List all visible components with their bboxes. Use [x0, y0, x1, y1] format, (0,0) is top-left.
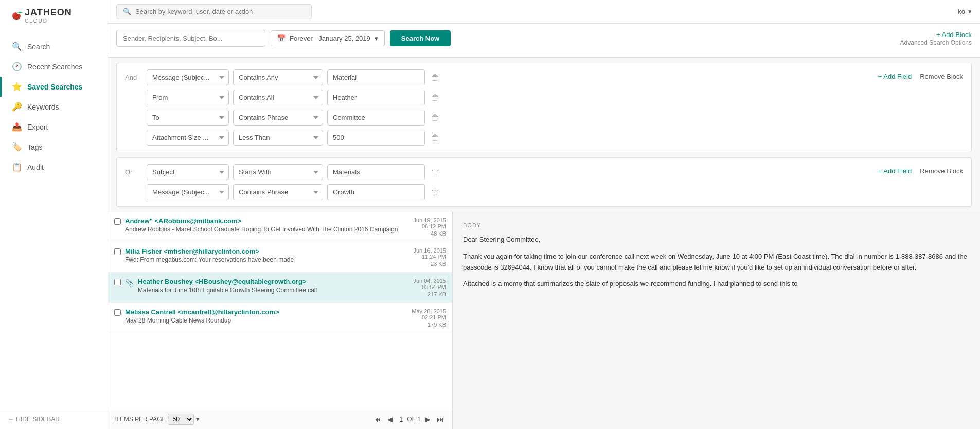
logo: JATHEON CLOUD	[0, 0, 108, 31]
email-date-4: May 28, 201502:21 PM	[405, 308, 446, 320]
per-page-chevron-icon: ▾	[196, 416, 199, 423]
filter-block-and-header: And Message (Subjec... Contains Any 🗑	[125, 69, 963, 146]
delete-row-5-icon[interactable]: 🗑	[429, 167, 441, 178]
sidebar-item-saved-searches[interactable]: ⭐ Saved Searches	[0, 77, 108, 97]
detail-body-content: Dear Steering Committee, Thank you again…	[463, 235, 970, 290]
pagination-controls: ⏮ ◀ 1 OF 1 ▶ ⏭	[372, 414, 446, 424]
advanced-search-link[interactable]: Advanced Search Options	[900, 39, 972, 46]
page-total: OF 1	[407, 416, 421, 423]
sidebar-item-search[interactable]: 🔍 Search	[0, 37, 108, 57]
filter-field-6[interactable]: Message (Subjec...	[147, 184, 229, 200]
filter-block-or-actions: + Add Field Remove Block	[860, 164, 963, 175]
filter-row-1: Message (Subjec... Contains Any 🗑	[147, 69, 860, 85]
audit-icon: 📋	[12, 162, 22, 172]
sidebar-item-audit[interactable]: 📋 Audit	[0, 157, 108, 177]
email-checkbox-3[interactable]	[114, 279, 121, 285]
filter-operator-4[interactable]: Less Than	[233, 130, 323, 146]
email-body-3: Heather Boushey <HBoushey@equitablegrowt…	[138, 278, 401, 294]
logo-text: JATHEON	[25, 7, 72, 17]
filter-operator-1[interactable]: Contains Any	[233, 69, 323, 85]
email-row-2[interactable]: Milia Fisher <mfisher@hillaryclinton.com…	[108, 242, 452, 273]
items-per-page-label: ITEMS PER PAGE	[114, 416, 166, 423]
tags-icon: 🏷️	[12, 142, 22, 152]
sidebar-item-recent-searches[interactable]: 🕐 Recent Searches	[0, 57, 108, 77]
filter-field-5[interactable]: Subject	[147, 164, 229, 180]
user-chevron-icon: ▾	[968, 8, 972, 15]
sidebar-item-tags[interactable]: 🏷️ Tags	[0, 137, 108, 157]
search-now-button[interactable]: Search Now	[390, 30, 451, 46]
remove-block-or-link[interactable]: Remove Block	[920, 167, 963, 175]
email-sender-4: Melissa Cantrell <mcantrell@hillaryclint…	[125, 308, 401, 316]
filter-field-4[interactable]: Attachment Size ...	[147, 130, 229, 146]
logo-bird-icon	[8, 7, 25, 24]
filter-value-4[interactable]	[327, 130, 425, 146]
email-row-3[interactable]: 📎 Heather Boushey <HBoushey@equitablegro…	[108, 273, 452, 303]
email-checkbox-2[interactable]	[114, 248, 121, 255]
filter-operator-6[interactable]: Contains Phrase	[233, 184, 323, 200]
sidebar-item-search-label: Search	[27, 43, 50, 51]
email-list: Andrew" <ARobbins@milbank.com> Andrew Ro…	[108, 212, 453, 429]
remove-block-and-link[interactable]: Remove Block	[920, 73, 963, 80]
delete-row-6-icon[interactable]: 🗑	[429, 187, 441, 198]
email-checkbox-4[interactable]	[114, 309, 121, 316]
sidebar-item-keywords-label: Keywords	[27, 103, 59, 111]
sidebar-item-keywords[interactable]: 🔑 Keywords	[0, 97, 108, 117]
filter-value-5[interactable]	[327, 164, 425, 180]
page-last-button[interactable]: ⏭	[435, 414, 446, 424]
delete-row-3-icon[interactable]: 🗑	[429, 112, 441, 123]
email-checkbox-1[interactable]	[114, 218, 121, 225]
delete-row-1-icon[interactable]: 🗑	[429, 72, 441, 83]
filter-field-2[interactable]: From	[147, 90, 229, 105]
email-sender-3: Heather Boushey <HBoushey@equitablegrowt…	[138, 278, 401, 285]
email-row-1[interactable]: Andrew" <ARobbins@milbank.com> Andrew Ro…	[108, 212, 452, 242]
email-size-3: 217 KB	[405, 291, 446, 297]
page-next-button[interactable]: ▶	[423, 414, 433, 424]
detail-para1: Thank you again for taking time to join …	[463, 252, 970, 273]
global-search-input[interactable]	[135, 8, 305, 15]
saved-searches-icon: ⭐	[12, 82, 22, 92]
filter-operator-5[interactable]: Starts With	[233, 164, 323, 180]
keywords-icon: 🔑	[12, 102, 22, 112]
filter-operator-3[interactable]: Contains Phrase	[233, 110, 323, 126]
hide-sidebar-button[interactable]: ← HIDE SIDEBAR	[0, 409, 108, 429]
delete-row-2-icon[interactable]: 🗑	[429, 92, 441, 103]
search-nav-icon: 🔍	[12, 42, 22, 51]
items-per-page-control: ITEMS PER PAGE 50 25 100 ▾	[114, 414, 199, 425]
email-date-3: Jun 04, 201503:54 PM	[405, 278, 446, 290]
sidebar-item-export[interactable]: 📤 Export	[0, 117, 108, 137]
add-block-link[interactable]: + Add Block	[936, 31, 972, 39]
email-sender-1: Andrew" <ARobbins@milbank.com>	[125, 217, 401, 225]
sidebar: JATHEON CLOUD 🔍 Search 🕐 Recent Searches…	[0, 0, 108, 429]
user-badge[interactable]: ko ▾	[958, 8, 972, 15]
email-body-2: Milia Fisher <mfisher@hillaryclinton.com…	[125, 247, 401, 263]
date-selector[interactable]: 📅 Forever - January 25, 2019 ▾	[271, 30, 385, 46]
email-subject-4: May 28 Morning Cable News Roundup	[125, 317, 401, 324]
add-field-or-link[interactable]: + Add Field	[878, 167, 912, 175]
filter-operator-2[interactable]: Contains All	[233, 90, 323, 105]
filter-row-5: Subject Starts With 🗑	[147, 164, 860, 180]
email-body-4: Melissa Cantrell <mcantrell@hillaryclint…	[125, 308, 401, 324]
search-bar-row: 📅 Forever - January 25, 2019 ▾ Search No…	[116, 30, 972, 47]
filter-value-2[interactable]	[327, 90, 425, 105]
filter-block-and-label: And	[125, 69, 140, 81]
delete-row-4-icon[interactable]: 🗑	[429, 132, 441, 144]
filter-row-2: From Contains All 🗑	[147, 90, 860, 105]
add-field-and-link[interactable]: + Add Field	[878, 73, 912, 80]
filter-value-3[interactable]	[327, 110, 425, 126]
sidebar-item-tags-label: Tags	[27, 143, 43, 151]
filter-value-6[interactable]	[327, 184, 425, 200]
filter-value-1[interactable]	[327, 69, 425, 85]
search-text-input[interactable]	[116, 30, 265, 47]
page-prev-button[interactable]: ◀	[385, 414, 395, 424]
sidebar-item-recent-searches-label: Recent Searches	[27, 63, 82, 71]
pagination-row: ITEMS PER PAGE 50 25 100 ▾ ⏮ ◀ 1 OF 1	[108, 409, 452, 429]
filter-field-3[interactable]: To	[147, 110, 229, 126]
email-meta-1: Jun 19, 201506:12 PM 48 KB	[405, 217, 446, 237]
items-per-page-select[interactable]: 50 25 100	[168, 414, 194, 425]
page-first-button[interactable]: ⏮	[372, 414, 383, 424]
search-top-right: + Add Block Advanced Search Options	[900, 31, 972, 46]
email-subject-2: Fwd: From megabus.com: Your reservations…	[125, 256, 401, 263]
filter-field-1[interactable]: Message (Subjec...	[147, 69, 229, 85]
email-row-4[interactable]: Melissa Cantrell <mcantrell@hillaryclint…	[108, 303, 452, 333]
email-subject-3: Materials for June 10th Equitable Growth…	[138, 287, 401, 294]
